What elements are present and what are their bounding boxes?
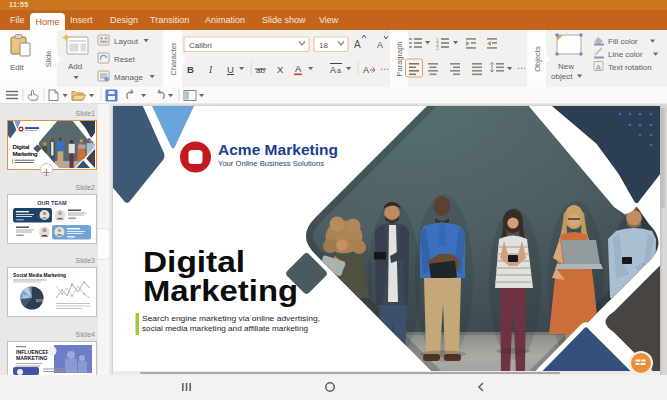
svg-text:Reset: Reset [114,55,136,64]
svg-text:⋯: ⋯ [517,63,526,73]
svg-text:object: object [551,72,573,81]
svg-text:Acme Marketing: Acme Marketing [218,141,338,158]
svg-text:Fill color: Fill color [608,37,638,46]
svg-text:a: a [337,67,341,74]
svg-text:A: A [295,63,302,74]
svg-text:3: 3 [436,45,439,51]
svg-text:Add: Add [68,62,82,71]
svg-text:social media marketing and aff: social media marketing and affiliate mar… [142,324,308,333]
svg-text:A: A [377,40,383,50]
svg-text:OUR TEAM: OUR TEAM [37,199,67,205]
svg-text:61%: 61% [36,299,43,303]
svg-text:Manage: Manage [114,73,143,82]
svg-text:B: B [187,64,194,75]
svg-text:Social Media Marketing: Social Media Marketing [13,273,66,278]
svg-text:Marketing: Marketing [13,150,38,157]
svg-text:Line color: Line color [608,50,643,59]
svg-text:Search engine marketing via on: Search engine marketing via online adver… [142,314,320,323]
svg-text:18: 18 [319,41,328,50]
svg-text:I: I [208,65,213,75]
svg-text:MARKETING: MARKETING [16,355,47,361]
svg-text:U: U [227,64,234,75]
svg-text:A: A [330,65,336,75]
svg-text:A: A [354,39,361,50]
svg-text:Layout: Layout [114,37,139,46]
svg-text:Marketing: Marketing [143,275,298,307]
svg-text:A: A [596,64,601,71]
svg-text:Your Online Business Solutions: Your Online Business Solutions [218,159,324,168]
svg-text:14%: 14% [23,295,29,299]
svg-text:Calibri: Calibri [189,41,212,50]
svg-text:ab: ab [256,66,265,75]
svg-text:Text rotation: Text rotation [608,63,652,72]
svg-text:⋯: ⋯ [380,64,389,74]
svg-text:Digital: Digital [143,246,245,278]
svg-text:Edit: Edit [10,63,25,72]
svg-text:X: X [277,64,284,75]
svg-text:New: New [558,62,574,71]
svg-text:A: A [363,65,369,75]
